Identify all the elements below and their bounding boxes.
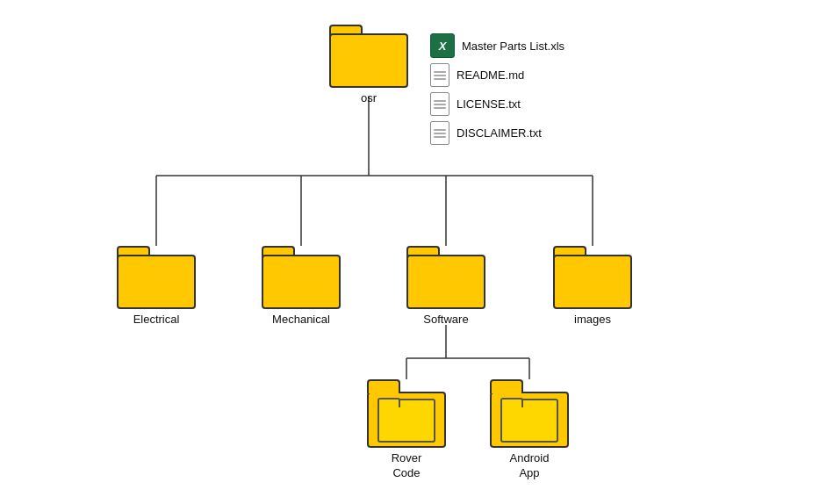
folder-osr[interactable]: osr [329, 25, 408, 106]
folder-label-images: images [574, 313, 611, 328]
folder-label-software: Software [423, 313, 468, 328]
folder-label-electrical: Electrical [133, 313, 180, 328]
folder-rover-code[interactable]: Rover Code [367, 379, 446, 481]
folder-images[interactable]: images [553, 246, 632, 328]
file-name-excel: Master Parts List.xls [462, 40, 564, 53]
folder-software[interactable]: Software [406, 246, 485, 328]
folder-android-app[interactable]: Android App [490, 379, 569, 481]
folder-icon-electrical [117, 246, 196, 309]
excel-icon: X [430, 33, 455, 58]
folder-label-osr: osr [361, 91, 377, 106]
file-item-readme[interactable]: README.md [430, 63, 564, 87]
folder-electrical[interactable]: Electrical [117, 246, 196, 328]
folder-label-android: Android App [510, 451, 550, 481]
folder-icon-android [490, 379, 569, 448]
txt-icon-disclaimer [430, 121, 449, 145]
folder-icon-osr [329, 25, 408, 88]
txt-icon-license [430, 92, 449, 116]
folder-icon-images [553, 246, 632, 309]
file-item-excel[interactable]: X Master Parts List.xls [430, 33, 564, 58]
file-item-disclaimer[interactable]: DISCLAIMER.txt [430, 121, 564, 145]
file-item-license[interactable]: LICENSE.txt [430, 92, 564, 116]
excel-icon-letter: X [439, 40, 447, 53]
folder-icon-mechanical [262, 246, 341, 309]
folder-mechanical[interactable]: Mechanical [262, 246, 341, 328]
file-name-license: LICENSE.txt [457, 97, 521, 111]
tree-container: osr X Master Parts List.xls README.md [0, 0, 834, 504]
file-list: X Master Parts List.xls README.md LICENS… [430, 33, 564, 145]
file-name-disclaimer: DISCLAIMER.txt [457, 126, 542, 140]
folder-icon-software [406, 246, 485, 309]
folder-icon-rover [367, 379, 446, 448]
folder-label-mechanical: Mechanical [272, 313, 330, 328]
txt-icon-readme [430, 63, 449, 87]
folder-label-rover: Rover Code [392, 451, 422, 481]
file-name-readme: README.md [457, 68, 524, 82]
